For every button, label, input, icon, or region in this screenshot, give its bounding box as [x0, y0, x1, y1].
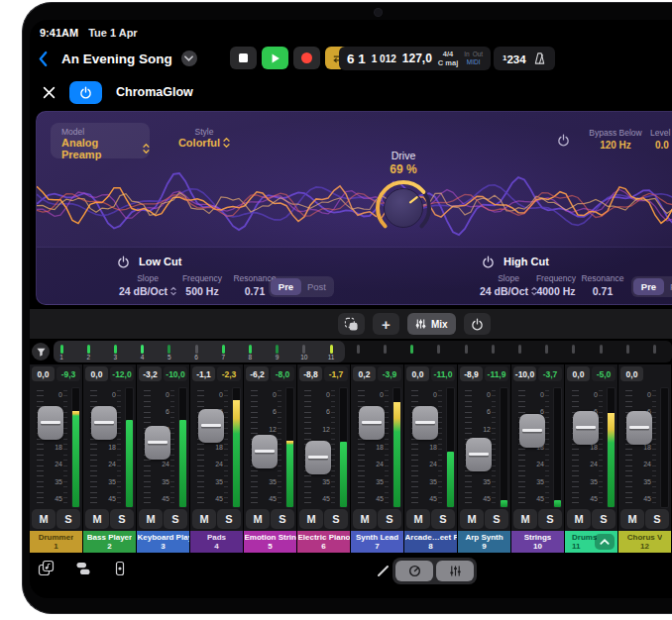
mute-button[interactable]: M: [460, 509, 484, 529]
solo-button[interactable]: S: [378, 509, 401, 529]
fader-handle[interactable]: [305, 441, 331, 474]
bypass-below-control[interactable]: Bypass Below 120 Hz: [577, 128, 654, 151]
mute-button[interactable]: M: [246, 509, 270, 529]
lowcut-pre-button[interactable]: Pre: [271, 278, 301, 295]
close-plugin-button[interactable]: [43, 86, 56, 99]
volume-value[interactable]: -10,0: [513, 366, 536, 381]
channel-name-label[interactable]: Chorus V12: [618, 531, 671, 553]
fader-handle[interactable]: [145, 426, 170, 460]
play-surfaces-icon[interactable]: [112, 561, 128, 576]
collapse-chevron-button[interactable]: [595, 534, 615, 550]
metronome-button[interactable]: [533, 52, 546, 65]
mute-button[interactable]: M: [32, 509, 56, 529]
count-in-button[interactable]: 1234: [503, 50, 526, 67]
fader-handle[interactable]: [252, 435, 278, 468]
channel-name-label[interactable]: Keyboard Player3: [137, 531, 189, 553]
solo-button[interactable]: S: [592, 509, 616, 529]
channel-name-label[interactable]: Pads4: [190, 531, 243, 553]
fader-handle[interactable]: [359, 406, 385, 440]
volume-value[interactable]: 0,0: [85, 366, 108, 381]
bypass-power-icon[interactable]: [557, 133, 570, 151]
channel-name-label[interactable]: Drummer1: [30, 531, 82, 553]
model-selector[interactable]: Model Analog Preamp: [51, 123, 150, 158]
channel-name-label[interactable]: Arcade…eet Pad8: [404, 531, 457, 553]
output-level-control[interactable]: Level 0.0: [650, 128, 672, 151]
solo-button[interactable]: S: [538, 509, 562, 529]
paste-button[interactable]: [338, 313, 365, 335]
solo-button[interactable]: S: [110, 509, 134, 529]
fader-handle[interactable]: [38, 406, 63, 440]
mixer-power-button[interactable]: [464, 313, 491, 335]
plugins-icon[interactable]: [75, 561, 91, 576]
mute-button[interactable]: M: [353, 509, 377, 529]
lowcut-post-button[interactable]: Post: [301, 278, 332, 295]
fader-handle[interactable]: [626, 411, 652, 445]
play-button[interactable]: [262, 47, 288, 69]
song-menu-chevron-icon[interactable]: [181, 51, 197, 66]
channel-name-label[interactable]: Bass Player2: [83, 531, 136, 553]
highcut-resonance[interactable]: Resonance 0.71: [571, 273, 634, 297]
channel-name-label[interactable]: Strings10: [511, 531, 564, 553]
solo-button[interactable]: S: [485, 509, 508, 529]
mute-button[interactable]: M: [567, 509, 591, 529]
drive-knob[interactable]: [372, 175, 435, 243]
channel-name-label[interactable]: Arp Synth9: [458, 531, 510, 553]
mute-button[interactable]: M: [513, 509, 537, 529]
volume-value[interactable]: -8,9: [460, 366, 483, 381]
add-plugin-button[interactable]: +: [373, 313, 399, 335]
channel-name-label[interactable]: Emotion Strings5: [244, 531, 296, 553]
mute-button[interactable]: M: [192, 509, 216, 529]
channel-name-label[interactable]: Electric Piano6: [297, 531, 350, 553]
highcut-post-button[interactable]: Post: [664, 278, 672, 295]
mute-button[interactable]: M: [406, 509, 430, 529]
fader-handle[interactable]: [412, 406, 438, 440]
solo-button[interactable]: S: [431, 509, 455, 529]
filter-button[interactable]: [32, 343, 50, 361]
level-meter-fill: [340, 442, 347, 507]
record-button[interactable]: [293, 47, 320, 69]
volume-value[interactable]: -1,1: [192, 366, 215, 381]
level-meter: [233, 388, 240, 507]
overview-scrollbar[interactable]: 1234567891011: [54, 341, 672, 362]
channel-name-label[interactable]: Synth Lead7: [351, 531, 403, 553]
solo-button[interactable]: S: [56, 509, 80, 529]
solo-button[interactable]: S: [164, 509, 187, 529]
mute-button[interactable]: M: [85, 509, 109, 529]
stop-button[interactable]: [230, 47, 257, 69]
song-title[interactable]: An Evening Song: [61, 52, 172, 66]
solo-button[interactable]: S: [324, 509, 348, 529]
plugin-power-toggle[interactable]: [69, 81, 102, 104]
fader-handle[interactable]: [519, 414, 545, 448]
lcd-display[interactable]: 6 1 1 012 127,0 4/4 C maj In Out MIDI: [339, 47, 491, 70]
volume-value[interactable]: -8,8: [299, 366, 322, 381]
lowcut-power-icon[interactable]: [117, 255, 130, 272]
volume-value[interactable]: -3,2: [139, 366, 162, 381]
solo-button[interactable]: S: [271, 509, 294, 529]
channel-led: [572, 345, 575, 354]
volume-value[interactable]: 0,2: [353, 366, 376, 381]
solo-button[interactable]: S: [217, 509, 241, 529]
mute-button[interactable]: M: [139, 509, 163, 529]
peak-level-value: -2,3: [217, 366, 241, 381]
browsers-icon[interactable]: [38, 560, 55, 576]
fader-handle[interactable]: [91, 406, 117, 440]
fader-handle[interactable]: [198, 409, 224, 443]
solo-button[interactable]: S: [645, 509, 669, 529]
highcut-power-icon[interactable]: [482, 255, 495, 272]
knob-view-button[interactable]: [395, 561, 433, 581]
fader-handle[interactable]: [466, 438, 492, 471]
fader-handle[interactable]: [573, 411, 599, 445]
volume-value[interactable]: 0,0: [620, 366, 643, 381]
mute-button[interactable]: M: [299, 509, 323, 529]
volume-value[interactable]: 0,0: [406, 366, 429, 381]
highcut-pre-button[interactable]: Pre: [633, 278, 664, 295]
mute-button[interactable]: M: [620, 509, 644, 529]
style-selector[interactable]: Style Colorful: [164, 127, 245, 149]
volume-value[interactable]: 0,0: [32, 366, 55, 381]
faders-view-button[interactable]: [436, 561, 474, 581]
mix-view-button[interactable]: Mix: [407, 313, 456, 335]
back-chevron-icon[interactable]: [38, 51, 49, 67]
pencil-icon[interactable]: [376, 564, 391, 578]
volume-value[interactable]: -6,2: [246, 366, 269, 381]
volume-value[interactable]: 0,0: [567, 366, 590, 381]
